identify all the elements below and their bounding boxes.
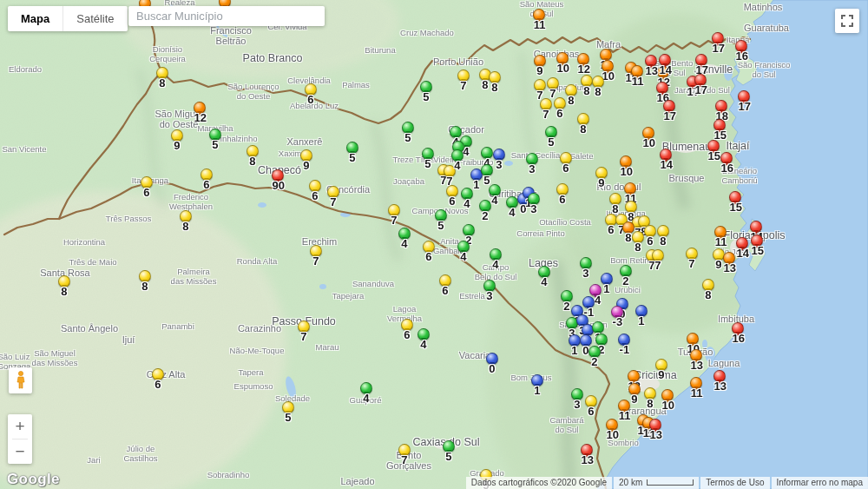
marker-value: 8 [660,235,666,248]
marker-value: 14 [661,158,673,171]
scale-text: 20 km [619,478,642,487]
marker-value: 7 [654,259,661,272]
marker-value: 1 [534,384,540,397]
marker-value: 0 [489,362,495,375]
marker-value: 8 [595,85,601,98]
fullscreen-button[interactable] [835,9,859,33]
marker-value: 10 [662,399,674,412]
marker-value: 7 [312,254,319,268]
marker-value: 16 [721,162,733,175]
marker-value: 13 [714,380,727,393]
marker-value: 14 [660,63,672,76]
marker-value: 5 [445,450,451,463]
marker-value: -3 [613,315,623,328]
marker-value: 4 [363,392,369,405]
marker-value: 12 [194,111,207,124]
marker-value: 8 [583,84,589,97]
marker-value: 15 [708,149,720,162]
marker-value: 6 [404,328,410,341]
marker-value: 4 [491,194,497,207]
zoom-out-button[interactable]: − [8,439,32,464]
search-box [128,6,325,26]
marker-value: 6 [307,93,313,106]
pegman-button[interactable] [9,367,32,393]
marker-value: 8 [482,78,488,91]
marker-value: 11 [715,235,727,248]
scale-control: 20 km [614,477,699,489]
marker-value: 8 [625,231,631,244]
zoom-in-button[interactable]: + [8,414,32,439]
marker-value: 17 [664,109,676,122]
terms-link[interactable]: Termos de Uso [700,477,769,489]
marker-value: 10 [557,62,569,75]
marker-value: 4 [509,206,515,219]
marker-value: 1 [473,178,479,191]
marker-value: 8 [249,155,255,168]
marker-value: 9 [658,368,664,381]
marker-value: 11 [619,409,631,422]
marker-value: 7 [391,214,397,227]
marker-value: 9 [715,258,721,271]
search-input[interactable] [128,6,325,26]
marker-value: 3 [530,202,536,215]
pegman-icon [15,371,27,390]
marker-value: 8 [568,94,574,107]
google-logo[interactable]: Google [7,471,60,488]
marker-value: 5 [404,131,411,144]
marker-value: 14 [737,247,749,260]
satellite-button[interactable]: Satélite [62,6,127,31]
map-type-control: Mapa Satélite [8,6,128,31]
marker-value: 4 [460,250,466,263]
marker-value: 8 [141,280,148,293]
marker-value: 8 [491,81,497,94]
marker-value: 13 [724,261,736,274]
map-canvas[interactable]: RealezaFrancisco BeltrãoCel. VividaPato … [0,0,868,489]
marker-value: 6 [562,162,569,175]
marker-value: 4 [401,237,407,250]
marker-value: 8 [647,397,653,410]
marker-value: 4 [464,197,470,210]
marker-value: 11 [691,387,703,400]
marker-value: 6 [155,378,161,391]
marker-value: 5 [423,90,429,103]
marker-value: 7 [300,330,306,343]
marker-value: 3 [582,267,589,280]
marker-value: 6 [588,405,594,418]
marker-value: 13 [646,64,658,77]
fullscreen-icon [841,15,853,27]
marker-value: 10 [643,136,655,149]
marker-value: 7 [542,108,549,121]
marker-value: 17 [713,42,725,55]
marker-value: 15 [730,201,742,214]
marker-value: 6 [425,250,431,263]
marker-value: 2 [622,274,628,287]
marker-value: 9 [598,176,604,189]
map-button[interactable]: Mapa [8,6,62,31]
marker-value: 2 [591,355,597,368]
marker-value: 7 [401,453,407,466]
marker-value: -1 [620,343,630,356]
marker-value: 6 [449,195,455,208]
report-error-link[interactable]: Informar erro no mapa [772,477,868,489]
marker-value: 9 [174,139,180,152]
marker-value: 16 [733,332,745,345]
marker-value: 13 [691,359,703,372]
markers-layer: 1011865788910121210101112131417171616171… [0,0,868,489]
marker-value: 7 [688,257,694,270]
marker-value: 6 [647,235,653,248]
marker-value: 5 [285,411,291,424]
marker-value: 10 [621,165,633,178]
marker-value: 11 [534,18,546,31]
marker-value: 3 [529,162,535,175]
marker-value: 1 [571,344,577,357]
marker-value: 7 [460,79,466,92]
marker-value: 8 [580,122,586,135]
marker-value: 2 [482,209,488,222]
marker-value: 17 [739,100,751,113]
marker-value: 4 [492,258,498,271]
marker-value: 6 [203,178,209,191]
marker-value: 8 [705,288,711,301]
scale-bar [647,479,694,486]
marker-value: 10 [607,428,619,441]
marker-value: 9 [303,159,309,172]
